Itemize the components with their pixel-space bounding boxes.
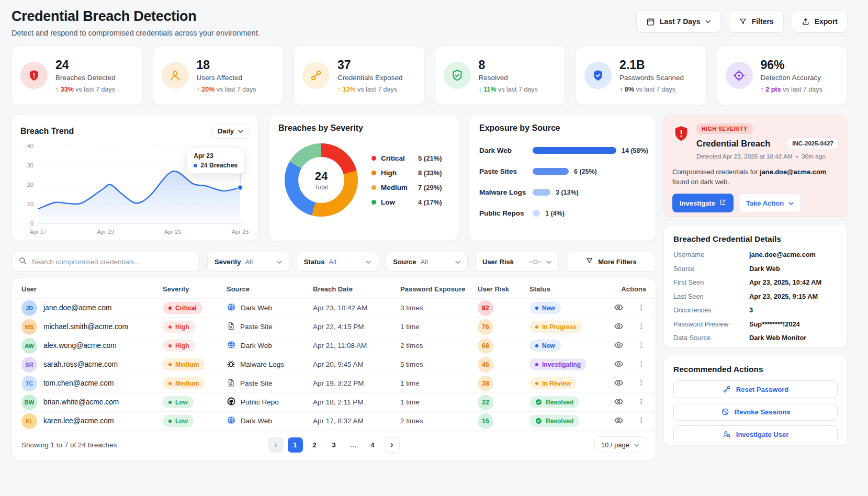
user-icon <box>162 62 189 89</box>
detail-row: Password Preview Sup********!2024 <box>673 320 838 328</box>
take-action-button[interactable]: Take Action <box>739 194 801 212</box>
view-row-button[interactable] <box>613 358 625 371</box>
user-risk-score: 22 <box>478 394 493 410</box>
details-title: Breached Credential Details <box>673 234 838 244</box>
table-row[interactable]: BW brian.white@acme.com Low Public Repo … <box>12 392 656 411</box>
column-header: User Risk <box>478 285 529 293</box>
page-subtitle: Detect and respond to compromised creden… <box>12 29 260 37</box>
github-icon <box>227 397 236 408</box>
user-risk-score: 45 <box>478 357 493 373</box>
row-menu-button[interactable] <box>636 415 646 427</box>
more-filters-button[interactable]: More Filters <box>566 252 656 272</box>
view-row-button[interactable] <box>613 377 625 390</box>
view-row-button[interactable] <box>613 339 625 353</box>
detail-value: Apr 23, 2025, 9:15 AM <box>749 292 818 300</box>
trend-interval-value: Daily <box>218 127 234 135</box>
trend-tooltip-date: Apr 23 <box>194 152 238 160</box>
table-row[interactable]: MS michael.smith@acme.com High Paste Sit… <box>12 317 656 336</box>
detail-row: Occurrences 3 <box>673 306 838 314</box>
eye-icon <box>614 321 624 333</box>
bug-icon <box>227 359 235 370</box>
table-row[interactable]: JD jane.doe@acme.com Critical Dark Web A… <box>12 298 656 317</box>
page-ellipsis: … <box>346 437 361 453</box>
table-row[interactable]: SR sarah.ross@acme.com Medium Malware Lo… <box>12 355 656 374</box>
row-menu-button[interactable] <box>636 302 646 314</box>
legend-value: 5 (21%) <box>418 154 448 162</box>
chevron-down-icon <box>705 20 711 24</box>
revoke-sessions-button[interactable]: Revoke Sessions <box>673 403 838 421</box>
search-input[interactable] <box>31 258 193 266</box>
page-size-select[interactable]: 10 / page <box>594 436 646 453</box>
page-button-3[interactable]: 3 <box>326 437 342 453</box>
dot-icon <box>168 325 172 329</box>
view-row-button[interactable] <box>613 414 625 428</box>
key-icon <box>723 385 731 393</box>
status-badge: Resolved <box>529 396 579 408</box>
dot-icon <box>535 382 538 385</box>
filter-dropdown-status[interactable]: Status All <box>297 252 379 272</box>
more-filters-label: More Filters <box>598 258 637 266</box>
row-menu-button[interactable] <box>636 358 646 371</box>
previous-page-button[interactable]: ‹ <box>268 437 284 453</box>
legend-label: Low <box>381 198 413 206</box>
target-icon <box>726 62 753 89</box>
severity-total: 24 <box>315 170 328 183</box>
svg-text:0: 0 <box>30 220 33 227</box>
detail-label: Password Preview <box>673 320 749 328</box>
trend-tooltip: Apr 23 24 Breaches <box>187 148 244 174</box>
investigate-button[interactable]: Investigate <box>672 194 734 212</box>
date-range-label: Last 7 Days <box>660 17 701 26</box>
chevron-down-icon <box>546 257 551 266</box>
filter-dropdown-severity[interactable]: Severity All <box>207 252 289 272</box>
top-bar: Credential Breach Detection Detect and r… <box>12 8 848 37</box>
kpi-value: 96% <box>761 58 822 72</box>
row-menu-button[interactable] <box>636 377 646 390</box>
trend-interval-select[interactable]: Daily <box>211 123 250 139</box>
view-row-button[interactable] <box>613 301 625 315</box>
exposure-value: 6 (25%) <box>574 168 597 175</box>
export-button[interactable]: Export <box>792 10 848 32</box>
dot-icon <box>168 420 172 423</box>
exposure-value: 3 (13%) <box>556 189 579 196</box>
table-row[interactable]: TC tom.chen@acme.com Medium Paste Site A… <box>12 374 656 392</box>
severity-legend: Critical 5 (21%) High 8 (33%) Medium 7 (… <box>371 154 448 206</box>
table-row[interactable]: AW alex.wong@acme.com High Dark Web Apr … <box>12 336 656 355</box>
kebab-icon <box>637 416 645 426</box>
column-header: Breach Date <box>313 285 400 293</box>
user-risk-score: 15 <box>478 413 493 429</box>
user-email: sarah.ross@acme.com <box>43 360 118 368</box>
view-row-button[interactable] <box>613 396 625 409</box>
investigate-user-button[interactable]: Investigate User <box>673 425 838 443</box>
severity-badge: High <box>163 321 195 333</box>
severity-legend-item: Critical 5 (21%) <box>371 154 448 162</box>
view-row-button[interactable] <box>613 320 625 334</box>
page-button-1[interactable]: 1 <box>288 437 303 453</box>
page-button-4[interactable]: 4 <box>365 437 380 453</box>
legend-dot-icon <box>371 200 376 205</box>
user-email: karen.lee@acme.com <box>43 417 114 425</box>
legend-dot-icon <box>371 171 376 175</box>
filter-dropdown-source[interactable]: Source All <box>386 252 468 272</box>
user-risk-filter[interactable]: User Risk <box>475 252 559 272</box>
date-range-button[interactable]: Last 7 Days <box>636 10 721 32</box>
severity-legend-item: High 8 (33%) <box>371 169 448 177</box>
page-button-2[interactable]: 2 <box>307 437 322 453</box>
password-exposure: 2 times <box>400 417 478 425</box>
row-menu-button[interactable] <box>636 321 646 333</box>
column-header: Status <box>529 285 600 293</box>
table-row[interactable]: KL karen.lee@acme.com Low Dark Web Apr 1… <box>12 411 656 430</box>
row-menu-button[interactable] <box>636 396 646 409</box>
trend-tooltip-dot <box>194 164 197 167</box>
legend-dot-icon <box>371 185 376 190</box>
table-footer: Showing 1 to 7 of 24 breaches ‹123…4› 10… <box>12 430 656 460</box>
active-incident-card: HIGH SEVERITY Credential Breach INC-2025… <box>663 115 848 217</box>
next-page-button[interactable]: › <box>385 437 400 453</box>
row-menu-button[interactable] <box>636 340 646 352</box>
user-risk-label: User Risk <box>482 258 514 266</box>
filters-button[interactable]: Filters <box>729 10 784 32</box>
exposure-bar <box>533 168 569 175</box>
reset-password-button[interactable]: Reset Password <box>673 380 838 398</box>
kpi-value: 8 <box>479 58 538 72</box>
calendar-icon <box>646 17 655 26</box>
risk-range-slider[interactable] <box>528 261 542 263</box>
